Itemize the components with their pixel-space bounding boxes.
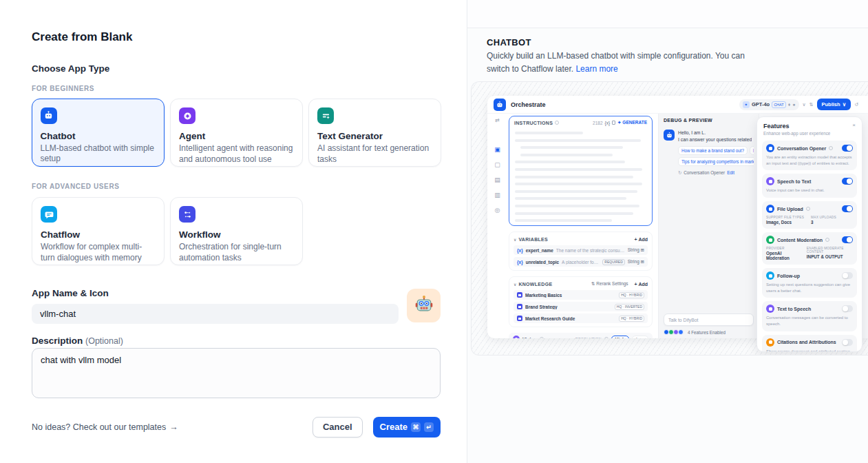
card-agent[interactable]: Agent Intelligent agent with reasoning a…: [170, 99, 303, 167]
mock-model-name: GPT-4o: [752, 101, 770, 107]
mock-variables-section: ∨ VARIABLES + Add {x} expert_name The na…: [509, 232, 653, 271]
info-icon: [555, 121, 559, 125]
vision-eye-icon: [513, 336, 520, 338]
instructions-skeleton-text: [509, 127, 652, 226]
retrieval-badge: HQ · HYBRID: [619, 316, 644, 322]
cancel-button[interactable]: Cancel: [313, 417, 363, 438]
suggested-question-chip: Tips for analyzing competitors in marke: [678, 157, 754, 166]
preview-panel: CHATBOT Quickly build an LLM-based chatb…: [467, 0, 868, 463]
knowledge-row: Brand Strategy HQ · INVERTED: [514, 302, 648, 311]
create-button[interactable]: Create ⌘ ↵: [373, 417, 441, 438]
mock-page-title: Orchestrate: [511, 101, 546, 108]
mock-vision-row: Vision RESOLUTION High Low: [509, 333, 653, 338]
card-agent-desc: Intelligent agent with reasoning and aut…: [179, 143, 294, 165]
card-text-generator-desc: AI assistant for text generation tasks: [317, 143, 432, 165]
app-name-input[interactable]: [32, 304, 399, 324]
suggested-questions: How to make a brand stand out? Bes Tips …: [678, 146, 754, 166]
feature-card-speech-to-text: Speech to Text Voice input can be used i…: [762, 174, 857, 198]
knowledge-row: Marketing Basics HQ · HYBRID: [514, 290, 648, 300]
feature-dot-icon: [678, 329, 684, 335]
app-icon-picker[interactable]: [407, 289, 441, 322]
info-icon: [604, 337, 608, 338]
info-icon: [825, 238, 829, 242]
add-knowledge-button: + Add: [635, 282, 648, 287]
create-form-panel: Create from Blank Choose App Type FOR BE…: [0, 0, 467, 463]
variables-label: VARIABLES: [518, 237, 548, 242]
card-agent-title: Agent: [179, 131, 294, 141]
beginner-cards: Chatbot LLM-based chatbot with simple se…: [32, 99, 441, 167]
resolution-high-option: High: [611, 336, 629, 339]
mock-features-panel: Features × Enhance web-app user experien…: [756, 116, 862, 352]
text-to-speech-icon: [766, 305, 774, 313]
required-badge: REQUIRED: [602, 259, 624, 265]
card-chatflow-title: Chatflow: [41, 229, 156, 240]
dataset-icon: [517, 292, 522, 298]
mock-app-robot-icon: [494, 99, 506, 111]
knowledge-row: Market Research Guide HQ · HYBRID: [514, 313, 648, 323]
templates-link[interactable]: No ideas? Check out our templates →: [32, 422, 178, 432]
close-icon: ×: [852, 123, 856, 128]
rerank-settings-button: ⇅ Rerank Settings: [591, 281, 628, 287]
features-subtitle: Enhance web-app user experience: [757, 131, 862, 141]
features-title: Features: [763, 123, 790, 130]
arrow-right-icon: →: [169, 422, 178, 432]
learn-more-link[interactable]: Learn more: [575, 64, 617, 74]
bot-avatar: [664, 130, 675, 141]
clipboard-icon: [612, 121, 615, 125]
modal-title: Create from Blank: [32, 30, 132, 44]
sliders-icon: ⇅: [809, 102, 814, 107]
note-nav-icon: ▥: [494, 192, 500, 198]
toggle-off: [842, 272, 853, 279]
token-count: 2182: [593, 121, 602, 125]
info-icon: [540, 337, 544, 338]
dataset-icon: [517, 316, 522, 321]
retrieval-badge: HQ · HYBRID: [619, 292, 644, 298]
toggle-off: [842, 305, 853, 312]
gear-icon: ●: [792, 102, 795, 107]
card-chatbot[interactable]: Chatbot LLM-based chatbot with simple se…: [32, 99, 165, 167]
enter-key-icon: ↵: [424, 422, 434, 432]
instructions-label: INSTRUCTIONS: [514, 121, 553, 125]
preview-heading: CHATBOT: [487, 37, 531, 48]
card-workflow-desc: Orchestration for single-turn automation…: [179, 242, 294, 264]
dataset-icon: [517, 304, 522, 309]
doc-nav-icon: ▤: [494, 177, 500, 183]
feature-card-conversation-opener: Conversation Opener You are an entity ex…: [762, 141, 857, 170]
feature-card-content-moderation: Content Moderation PROVIDEROpenAI Modera…: [762, 232, 857, 265]
description-textarea[interactable]: chat with vllm model: [32, 348, 441, 398]
collapse-icon: ⇄: [495, 118, 500, 123]
conversation-opener-row: ↻ Conversation Opener Edit: [678, 170, 754, 175]
card-chatflow[interactable]: Chatflow Workflow for complex multi-turn…: [32, 197, 165, 265]
info-icon: [806, 207, 810, 211]
globe-nav-icon: ◎: [495, 207, 500, 214]
mock-debug-column: DEBUG & PREVIEW Hello, I am L. I can ans…: [658, 114, 759, 338]
card-text-generator[interactable]: Text Generator AI assistant for text gen…: [308, 99, 441, 167]
features-enabled-row: 4 Features Enabled: [664, 329, 754, 335]
suggested-question-chip: Bes: [750, 146, 754, 155]
mock-knowledge-section: ∨ KNOWLEDGE ⇅ Rerank Settings + Add Mark…: [509, 276, 653, 327]
toggle-off: [842, 339, 853, 346]
feature-card-follow-up: Follow-up Setting up next questions sugg…: [762, 268, 857, 298]
create-app-modal: Create from Blank Choose App Type FOR BE…: [0, 0, 868, 463]
mock-publish-button: Publish∨: [817, 99, 851, 110]
beginners-group-label: FOR BEGINNERS: [32, 85, 94, 92]
bot-message: Hello, I am L. I can answer your questio…: [664, 130, 754, 143]
feature-card-text-to-speech: Text to Speech Conversation messages can…: [762, 301, 857, 331]
chatflow-icon: [41, 206, 57, 223]
mock-instructions-panel: INSTRUCTIONS 2182 {x} ✦ GENERATE: [509, 116, 653, 226]
card-chatbot-desc: LLM-based chatbot with simple setup: [41, 143, 156, 165]
text-generator-icon: [317, 107, 334, 124]
robot-emoji-icon: [414, 294, 434, 318]
workflow-icon: [179, 206, 195, 223]
variables-token-icon: {x}: [605, 121, 611, 125]
variable-row: {x} unrelated_topic A placeholder for to…: [514, 257, 648, 267]
agent-icon: [179, 107, 195, 124]
advanced-group-label: FOR ADVANCED USERS: [32, 183, 119, 190]
resolution-low-option: Low: [632, 336, 648, 339]
mock-header: Orchestrate ✦ GPT-4o CHAT ♦ ● ∨ ⇅ Publis…: [487, 96, 868, 114]
mock-main-column: INSTRUCTIONS 2182 {x} ✦ GENERATE: [507, 114, 658, 338]
card-workflow[interactable]: Workflow Orchestration for single-turn a…: [170, 197, 303, 265]
add-variable-button: + Add: [635, 237, 648, 242]
refresh-icon: ↻: [678, 170, 681, 175]
file-upload-icon: [766, 205, 774, 213]
